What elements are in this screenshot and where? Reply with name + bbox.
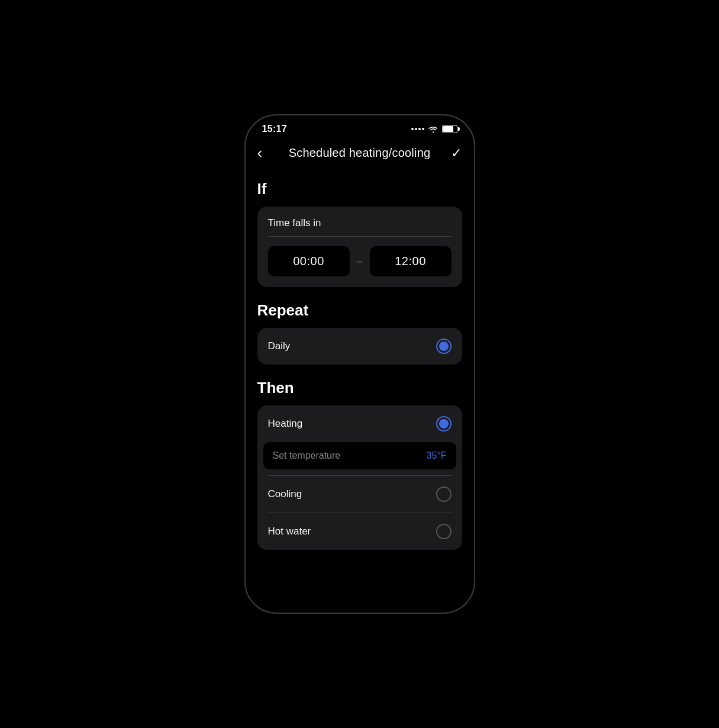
nav-header: ‹ Scheduled heating/cooling ✓ bbox=[246, 139, 474, 172]
repeat-section-label: Repeat bbox=[257, 301, 462, 320]
temperature-row[interactable]: Set temperature 35°F bbox=[263, 442, 456, 469]
phone-frame: 15:17 ‹ Scheduled heating/cooling ✓ bbox=[244, 114, 475, 614]
if-section-label: If bbox=[257, 180, 462, 198]
page-title: Scheduled heating/cooling bbox=[289, 146, 431, 160]
hot-water-label: Hot water bbox=[268, 526, 311, 537]
status-bar: 15:17 bbox=[246, 115, 474, 139]
temperature-value: 35°F bbox=[427, 450, 447, 461]
daily-option-row[interactable]: Daily bbox=[257, 328, 462, 365]
end-time-button[interactable]: 12:00 bbox=[370, 246, 452, 276]
cooling-option-row[interactable]: Cooling bbox=[257, 476, 462, 513]
hot-water-radio[interactable] bbox=[436, 524, 452, 539]
card-divider bbox=[268, 236, 452, 237]
hot-water-option-row[interactable]: Hot water bbox=[257, 513, 462, 550]
cooling-label: Cooling bbox=[268, 488, 302, 500]
time-separator: – bbox=[357, 255, 363, 268]
screen: 15:17 ‹ Scheduled heating/cooling ✓ bbox=[246, 115, 474, 613]
heating-label: Heating bbox=[268, 418, 303, 430]
repeat-card: Daily bbox=[257, 328, 462, 365]
then-section-label: Then bbox=[257, 379, 462, 397]
confirm-button[interactable]: ✓ bbox=[438, 146, 462, 161]
time-falls-title: Time falls in bbox=[268, 217, 452, 229]
temperature-label: Set temperature bbox=[273, 450, 341, 461]
daily-label: Daily bbox=[268, 340, 291, 352]
time-range: 00:00 – 12:00 bbox=[268, 246, 452, 276]
cooling-radio[interactable] bbox=[436, 487, 452, 502]
then-card: Heating Set temperature 35°F Cooling bbox=[257, 405, 462, 550]
signal-icon bbox=[411, 128, 424, 130]
wifi-icon bbox=[428, 125, 439, 133]
main-content: If Time falls in 00:00 – 12:00 Repeat Da… bbox=[246, 172, 474, 613]
back-button[interactable]: ‹ bbox=[257, 144, 281, 162]
start-time-button[interactable]: 00:00 bbox=[268, 246, 350, 276]
heating-radio[interactable] bbox=[436, 416, 452, 431]
battery-icon bbox=[442, 125, 457, 133]
daily-radio[interactable] bbox=[436, 339, 452, 354]
time-falls-card: Time falls in 00:00 – 12:00 bbox=[257, 207, 462, 287]
status-icons bbox=[411, 125, 457, 133]
status-time: 15:17 bbox=[262, 124, 287, 134]
heating-option-row[interactable]: Heating bbox=[257, 405, 462, 442]
